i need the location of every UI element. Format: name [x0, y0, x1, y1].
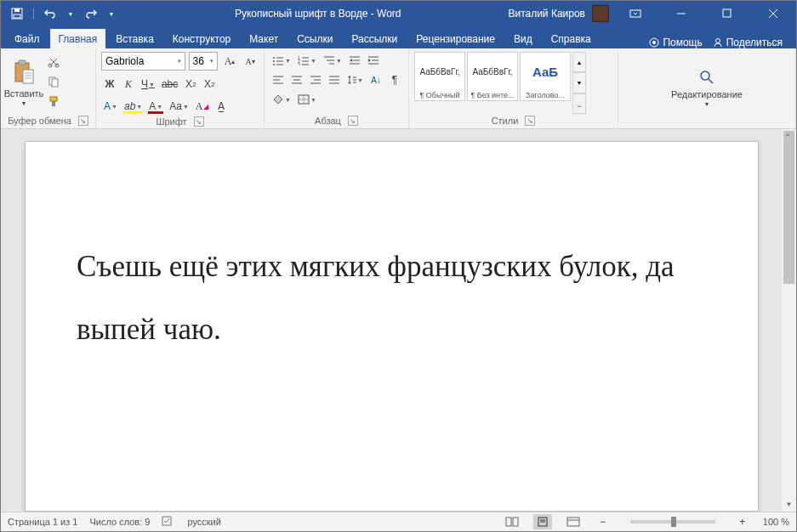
decrease-indent-icon[interactable]: [346, 52, 363, 69]
group-styles: АаБбВвГг, ¶ Обычный АаБбВвГг, ¶ Без инте…: [409, 48, 618, 128]
undo-dropdown-icon[interactable]: ▼: [63, 6, 78, 21]
zoom-level[interactable]: 100 %: [763, 517, 789, 527]
text-effects-icon[interactable]: A▼: [101, 98, 120, 115]
styles-down-icon[interactable]: ▼: [572, 72, 586, 93]
tab-help[interactable]: Справка: [543, 29, 600, 48]
font-dialog-icon[interactable]: ↘: [194, 116, 204, 127]
tab-design[interactable]: Конструктор: [164, 29, 239, 48]
grow-font-icon[interactable]: A▴: [221, 53, 238, 70]
svg-rect-66: [506, 518, 511, 526]
tab-layout[interactable]: Макет: [241, 29, 287, 48]
document-page[interactable]: Съешь ещё этих мягких французских булок,…: [25, 141, 759, 512]
style-no-spacing[interactable]: АаБбВвГг, ¶ Без инте...: [467, 52, 518, 101]
title-bar: ▼ ▼ Рукописный шрифт в Ворде - Word Вита…: [1, 1, 796, 26]
styles-expand-icon[interactable]: ⎯: [572, 93, 586, 114]
font-name-combo[interactable]: Gabriola▾: [101, 52, 185, 71]
svg-point-9: [652, 41, 656, 44]
paste-button[interactable]: Вставить ▼: [6, 52, 42, 114]
underline-button[interactable]: Ч▼: [139, 76, 157, 93]
group-paragraph: ▼ 123▼ ▼ ▼ A↓ ¶ ▼ ▼ Абзац↘: [265, 48, 409, 128]
font-color-icon[interactable]: A▼: [146, 98, 165, 115]
zoom-out-button[interactable]: −: [595, 513, 612, 530]
tab-insert[interactable]: Вставка: [107, 29, 162, 48]
svg-rect-12: [19, 60, 26, 65]
tab-file[interactable]: Файл: [6, 29, 48, 48]
tab-home[interactable]: Главная: [50, 29, 106, 48]
tell-me[interactable]: Помощь: [649, 37, 702, 48]
shading-icon[interactable]: ▼: [270, 91, 293, 108]
change-case-button[interactable]: Aa▼: [167, 98, 191, 115]
status-words[interactable]: Число слов: 9: [89, 517, 150, 527]
status-language[interactable]: русский: [187, 517, 220, 527]
align-left-icon[interactable]: [270, 71, 287, 88]
subscript-button[interactable]: X2: [182, 76, 199, 93]
document-text[interactable]: Съешь ещё этих мягких французских булок,…: [77, 235, 707, 360]
italic-button[interactable]: К: [120, 76, 137, 93]
group-editing: Редактирование ▼: [618, 48, 796, 128]
show-marks-icon[interactable]: ¶: [386, 71, 403, 88]
styles-up-icon[interactable]: ▲: [572, 52, 586, 72]
tab-view[interactable]: Вид: [505, 29, 541, 48]
window-title: Рукописный шрифт в Ворде - Word: [128, 8, 508, 20]
numbering-icon[interactable]: 123▼: [295, 52, 319, 69]
svg-rect-21: [50, 97, 57, 101]
maximize-button[interactable]: [708, 1, 747, 26]
vertical-scrollbar[interactable]: ▲ ▼: [782, 129, 796, 512]
highlight-icon[interactable]: ab▼: [122, 98, 145, 115]
svg-rect-67: [513, 518, 518, 526]
strike-button[interactable]: abc: [159, 76, 180, 93]
font-label: Шрифт: [156, 116, 186, 127]
tab-review[interactable]: Рецензирование: [407, 29, 504, 48]
align-center-icon[interactable]: [288, 71, 305, 88]
enclose-char-icon[interactable]: A̲: [213, 98, 230, 115]
find-button[interactable]: Редактирование ▼: [689, 52, 725, 124]
share-button[interactable]: Поделиться: [713, 37, 783, 48]
scroll-thumb[interactable]: [783, 131, 794, 284]
paragraph-dialog-icon[interactable]: ↘: [348, 116, 358, 126]
align-right-icon[interactable]: [307, 71, 324, 88]
web-layout-icon[interactable]: [564, 514, 583, 529]
close-button[interactable]: [754, 1, 793, 26]
cut-icon[interactable]: [45, 54, 62, 71]
user-name[interactable]: Виталий Каиров: [508, 8, 585, 20]
zoom-slider[interactable]: [630, 520, 715, 524]
borders-icon[interactable]: ▼: [295, 91, 319, 108]
sort-icon[interactable]: A↓: [367, 71, 384, 88]
user-avatar[interactable]: [592, 5, 609, 22]
shrink-font-icon[interactable]: A▾: [242, 53, 259, 70]
bullets-icon[interactable]: ▼: [270, 52, 293, 69]
justify-icon[interactable]: [326, 71, 343, 88]
tab-references[interactable]: Ссылки: [288, 29, 341, 48]
scroll-down-icon[interactable]: ▼: [782, 497, 796, 512]
line-spacing-icon[interactable]: ▼: [344, 71, 366, 88]
increase-indent-icon[interactable]: [365, 52, 382, 69]
clear-format-icon[interactable]: A◢: [193, 98, 211, 115]
copy-icon[interactable]: [45, 73, 62, 90]
svg-rect-20: [52, 79, 58, 87]
redo-icon[interactable]: [83, 6, 99, 21]
tab-mailings[interactable]: Рассылки: [343, 29, 406, 48]
print-layout-icon[interactable]: [533, 514, 552, 529]
styles-dialog-icon[interactable]: ↘: [525, 116, 535, 126]
multilevel-icon[interactable]: ▼: [321, 52, 344, 69]
style-heading[interactable]: АаБ Заголово...: [520, 52, 571, 101]
clipboard-dialog-icon[interactable]: ↘: [78, 116, 88, 126]
font-size-combo[interactable]: 36▾: [189, 52, 218, 71]
save-icon[interactable]: [9, 6, 25, 21]
format-painter-icon[interactable]: [45, 93, 62, 110]
zoom-in-button[interactable]: +: [734, 513, 751, 530]
undo-icon[interactable]: [43, 6, 58, 21]
proofing-icon[interactable]: [162, 515, 175, 529]
read-mode-icon[interactable]: [503, 514, 521, 529]
zoom-handle[interactable]: [671, 517, 676, 527]
bold-button[interactable]: Ж: [101, 76, 118, 93]
superscript-button[interactable]: X2: [201, 76, 218, 93]
status-page[interactable]: Страница 1 из 1: [8, 517, 77, 527]
style-normal[interactable]: АаБбВвГг, ¶ Обычный: [414, 52, 465, 101]
svg-point-63: [701, 71, 709, 80]
minimize-button[interactable]: [662, 1, 701, 26]
styles-gallery-nav: ▲ ▼ ⎯: [572, 52, 586, 114]
collapse-ribbon-icon[interactable]: ⌃: [784, 133, 791, 142]
ribbon-options-icon[interactable]: [616, 1, 655, 26]
qat-customize-icon[interactable]: ▼: [104, 6, 119, 21]
